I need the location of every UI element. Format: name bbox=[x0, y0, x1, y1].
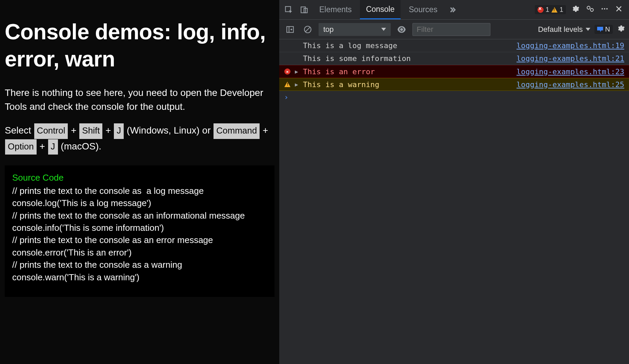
live-expression-icon[interactable] bbox=[395, 23, 408, 36]
log-message: This is an error bbox=[303, 67, 513, 76]
console-output: This is a log message logging-examples.h… bbox=[279, 39, 629, 103]
warning-icon bbox=[551, 7, 557, 13]
kbd-shift: Shift bbox=[79, 123, 102, 139]
expand-icon[interactable]: ▶ bbox=[295, 81, 300, 88]
svg-point-5 bbox=[602, 8, 603, 9]
issues-count: N bbox=[605, 25, 610, 33]
context-value: top bbox=[323, 25, 334, 34]
clear-console-icon[interactable] bbox=[301, 23, 314, 36]
code-line: // prints the text to the console as a w… bbox=[12, 259, 267, 271]
tab-sources[interactable]: Sources bbox=[403, 0, 443, 19]
source-link[interactable]: logging-examples.html:19 bbox=[516, 41, 624, 50]
tab-elements[interactable]: Elements bbox=[313, 0, 358, 19]
issues-button[interactable]: N bbox=[594, 25, 613, 34]
more-tabs-icon[interactable] bbox=[446, 3, 459, 17]
devtools-panel: Elements Console Sources 1 1 bbox=[279, 0, 629, 364]
context-selector[interactable]: top bbox=[319, 23, 391, 36]
svg-point-6 bbox=[604, 8, 605, 9]
source-code-heading: Source Code bbox=[12, 171, 267, 184]
svg-point-10 bbox=[400, 28, 403, 31]
toggle-sidebar-icon[interactable] bbox=[283, 23, 297, 36]
source-link[interactable]: logging-examples.html:25 bbox=[516, 80, 624, 89]
console-row-error[interactable]: × ▶ This is an error logging-examples.ht… bbox=[279, 65, 629, 78]
issue-icon bbox=[597, 27, 603, 32]
svg-point-3 bbox=[587, 6, 590, 9]
shortcut-text: Select Control + Shift + J (Windows, Lin… bbox=[5, 123, 275, 155]
console-row-info[interactable]: This is some information logging-example… bbox=[279, 52, 629, 65]
code-line: // prints the text to the console as an … bbox=[12, 209, 267, 222]
plus-1: + bbox=[71, 125, 76, 136]
chevron-down-icon bbox=[586, 28, 590, 31]
chevron-down-icon bbox=[381, 28, 386, 31]
kbd-option: Option bbox=[5, 139, 37, 155]
devtools-tabstrip: Elements Console Sources 1 1 bbox=[279, 0, 629, 20]
error-count: 1 bbox=[546, 6, 549, 14]
console-row-warning[interactable]: ▶ This is a warning logging-examples.htm… bbox=[279, 78, 629, 91]
error-icon bbox=[537, 7, 544, 13]
console-settings-icon[interactable] bbox=[617, 24, 625, 35]
customize-icon[interactable] bbox=[586, 4, 594, 15]
kbd-command: Command bbox=[214, 123, 260, 139]
svg-rect-1 bbox=[301, 7, 305, 13]
more-options-icon[interactable] bbox=[601, 5, 609, 15]
svg-point-4 bbox=[590, 8, 593, 11]
page-title: Console demos: log, info, error, warn bbox=[5, 18, 275, 73]
error-warning-counts[interactable]: 1 1 bbox=[535, 5, 566, 14]
tab-console[interactable]: Console bbox=[360, 0, 401, 19]
source-link[interactable]: logging-examples.html:23 bbox=[516, 67, 624, 76]
intro-text: There is nothing to see here, you need t… bbox=[5, 86, 275, 114]
warning-count: 1 bbox=[560, 6, 563, 14]
keys-mid: (Windows, Linux) or bbox=[127, 125, 213, 136]
error-icon: × bbox=[283, 68, 291, 75]
code-line: console.warn('This is a warning') bbox=[12, 271, 267, 283]
console-prompt[interactable]: › bbox=[279, 91, 629, 103]
source-code-box: Source Code // prints the text to the co… bbox=[5, 165, 275, 297]
kbd-control: Control bbox=[34, 123, 68, 139]
code-line: // prints the text to the console as an … bbox=[12, 234, 267, 246]
inspect-element-icon[interactable] bbox=[282, 3, 296, 17]
log-message: This is a log message bbox=[303, 41, 513, 50]
source-link[interactable]: logging-examples.html:21 bbox=[516, 54, 624, 63]
keys-suffix: (macOS). bbox=[61, 141, 101, 151]
settings-icon[interactable] bbox=[571, 5, 580, 15]
kbd-j-win: J bbox=[114, 123, 124, 139]
expand-icon[interactable]: ▶ bbox=[295, 68, 300, 75]
keys-prefix: Select bbox=[5, 125, 34, 136]
kbd-j-mac: J bbox=[48, 139, 58, 155]
log-message: This is a warning bbox=[303, 80, 513, 89]
filter-input[interactable] bbox=[412, 23, 490, 36]
log-message: This is some information bbox=[303, 54, 513, 63]
demo-page: Console demos: log, info, error, warn Th… bbox=[0, 0, 279, 364]
prompt-caret: › bbox=[284, 93, 288, 101]
plus-4: + bbox=[39, 141, 45, 151]
plus-2: + bbox=[105, 125, 111, 136]
code-line: // prints the text to the console as a l… bbox=[12, 185, 267, 197]
levels-label: Default levels bbox=[538, 25, 583, 34]
device-toolbar-icon[interactable] bbox=[298, 3, 311, 17]
code-line: console.log('This is a log message') bbox=[12, 197, 267, 209]
plus-3: + bbox=[263, 125, 268, 136]
warning-icon bbox=[283, 82, 291, 87]
code-line: console.error('This is an error') bbox=[12, 246, 267, 259]
console-toolbar: top Default levels N bbox=[279, 20, 629, 39]
code-line: console.info('This is some information') bbox=[12, 222, 267, 234]
svg-point-7 bbox=[606, 8, 608, 9]
console-row-log[interactable]: This is a log message logging-examples.h… bbox=[279, 39, 629, 52]
log-levels-selector[interactable]: Default levels bbox=[538, 25, 590, 34]
close-devtools-icon[interactable] bbox=[615, 5, 623, 15]
